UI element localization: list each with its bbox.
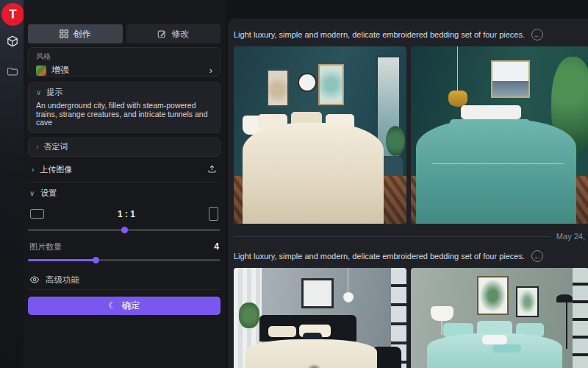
arrow-left-icon: ← [534,31,541,39]
chevron-right-icon: › [209,66,212,75]
generation-group-header: Light luxury, simple and modern, delicat… [234,250,588,262]
teal-bedding [416,119,576,224]
tab-modify-label: 修改 [171,28,189,40]
reuse-prompt-button[interactable]: ← [531,29,543,40]
image-row [234,46,588,224]
app-logo[interactable]: T [1,3,24,26]
chevron-down-icon: ∨ [29,190,35,197]
app-window: T 创作 [0,0,588,368]
cube-icon[interactable] [6,35,18,47]
style-thumbnail [36,66,46,76]
eye-icon [29,275,40,285]
prompt-header[interactable]: ∨ 提示 [36,87,212,98]
settings-label: 设置 [40,188,57,199]
divider [28,182,220,183]
left-rail: T [0,0,24,368]
pendant-lamp [448,91,468,107]
aspect-ratio-row: 1 : 1 [28,206,220,222]
generated-image-1[interactable] [234,46,406,224]
image-count-value: 4 [214,241,219,252]
image-count-label: 图片数量 [29,241,62,252]
reuse-prompt-button[interactable]: ← [531,250,543,262]
generation-group-header: Light luxury, simple and modern, delicat… [234,29,588,40]
folder-icon[interactable] [6,65,18,77]
style-label: 风格 [36,52,212,62]
wall-art [516,286,539,317]
aspect-ratio-slider-thumb[interactable] [121,227,128,233]
slider-fill [28,259,96,261]
style-value: 增强 [51,64,69,77]
bedroom-window [573,268,588,368]
advanced-features-label: 高级功能 [46,275,79,286]
advanced-features-toggle[interactable]: 高级功能 [28,275,220,286]
portrait-ratio-icon[interactable] [209,207,218,221]
chevron-right-icon: › [36,144,38,151]
prompt-section: ∨ 提示 An underground city, filled with st… [28,82,220,133]
generated-image-4[interactable] [411,268,588,368]
embroidery-motif [306,364,322,368]
generation-prompt-text: Light luxury, simple and modern, delicat… [234,252,525,261]
image-count-slider[interactable] [28,257,220,263]
upload-image-label: 上传图像 [40,164,72,175]
divider [234,236,551,237]
prompt-input[interactable]: An underground city, filled with steam-p… [36,102,212,127]
tab-create-label: 创作 [74,28,91,40]
wall-clock [298,73,317,92]
generated-image-3[interactable] [234,268,406,368]
chevron-down-icon: ∨ [36,89,41,96]
image-count-slider-thumb[interactable] [93,257,99,263]
mode-tabs: 创作 修改 [28,24,220,43]
wall-art [318,64,344,105]
plant [386,126,405,156]
image-count-row: 图片数量 4 [28,241,220,252]
date-label: May 24, [556,232,585,241]
prompt-label: 提示 [46,87,62,98]
grid-icon [60,29,68,38]
chevron-right-icon: › [32,166,34,174]
moon-icon: ☾ [109,300,117,311]
upload-icon[interactable] [207,164,217,175]
upload-image-section[interactable]: › 上传图像 [28,162,220,178]
tab-create[interactable]: 创作 [28,24,123,43]
wall-art [267,69,290,107]
cream-bedding [243,123,384,224]
control-sidebar: 创作 修改 风格 增强 › ∨ 提示 An underg [24,0,226,368]
settings-header[interactable]: ∨ 设置 [28,188,220,199]
aspect-ratio-slider[interactable] [28,227,220,233]
wall-art [477,276,509,315]
plant [239,302,259,328]
image-row [234,268,588,368]
arrow-left-icon: ← [534,252,541,261]
generation-feed: Light luxury, simple and modern, delicat… [228,18,588,368]
date-divider: May 24, [234,231,588,241]
style-section[interactable]: 风格 增强 › [28,47,220,77]
generated-image-2[interactable] [411,46,588,224]
generation-prompt-text: Light luxury, simple and modern, delicat… [234,30,525,39]
aspect-ratio-value: 1 : 1 [44,209,209,219]
wall-art [491,60,530,98]
floor-lamp [566,298,567,349]
negative-words-section[interactable]: › 否定词 [28,138,220,157]
confirm-button-label: 确定 [121,300,140,312]
table-lamp [431,306,453,321]
wall-art [301,278,334,308]
tab-modify[interactable]: 修改 [126,24,221,43]
divider [28,289,220,290]
confirm-button[interactable]: ☾ 确定 [28,297,220,315]
negative-words-label: 否定词 [43,141,68,152]
landscape-ratio-icon[interactable] [30,209,44,219]
edit-icon [157,29,166,38]
